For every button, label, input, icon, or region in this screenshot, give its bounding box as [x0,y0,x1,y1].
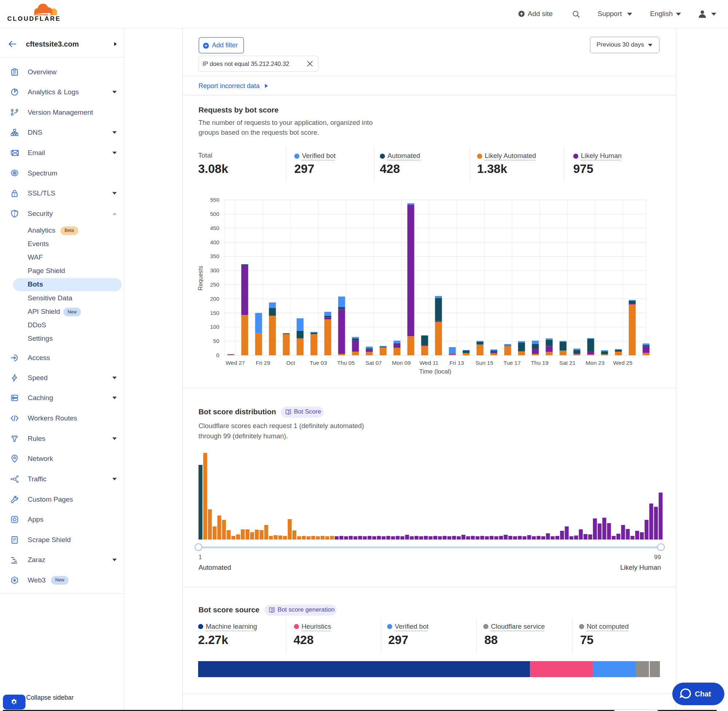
svg-text:99: 99 [654,554,661,561]
svg-text:50: 50 [213,338,219,344]
svg-text:Wed 27: Wed 27 [226,360,245,366]
svg-text:Mon 09: Mon 09 [392,360,411,366]
svg-text:Sat 21: Sat 21 [560,360,576,366]
svg-text:Wed 25: Wed 25 [613,360,632,366]
svg-text:Fri 29: Fri 29 [255,360,270,366]
svg-text:Fri 13: Fri 13 [449,360,464,366]
svg-text:0: 0 [216,352,219,358]
svg-text:Automated: Automated [198,563,231,571]
svg-text:450: 450 [210,225,219,231]
svg-text:Sun 15: Sun 15 [475,360,493,366]
svg-text:Oct: Oct [286,360,295,366]
svg-text:Requests: Requests [197,266,204,291]
svg-text:Thu 19: Thu 19 [531,360,548,366]
svg-text:400: 400 [210,239,219,245]
svg-text:100: 100 [210,324,219,330]
svg-text:300: 300 [210,267,219,273]
svg-text:Tue 03: Tue 03 [310,360,327,366]
svg-text:Thu 05: Thu 05 [337,360,355,366]
svg-text:150: 150 [210,310,219,316]
svg-text:Tue 17: Tue 17 [503,360,521,366]
svg-text:250: 250 [210,282,219,288]
svg-text:200: 200 [210,296,219,302]
svg-text:500: 500 [210,211,219,217]
svg-text:350: 350 [210,253,219,259]
svg-text:Wed 11: Wed 11 [419,360,439,366]
svg-text:1: 1 [198,554,202,561]
svg-text:Mon 23: Mon 23 [586,360,604,366]
svg-text:Likely Human: Likely Human [620,563,661,571]
svg-text:Sat 07: Sat 07 [366,360,382,366]
svg-text:550: 550 [210,196,219,203]
svg-text:Time (local): Time (local) [419,368,451,375]
